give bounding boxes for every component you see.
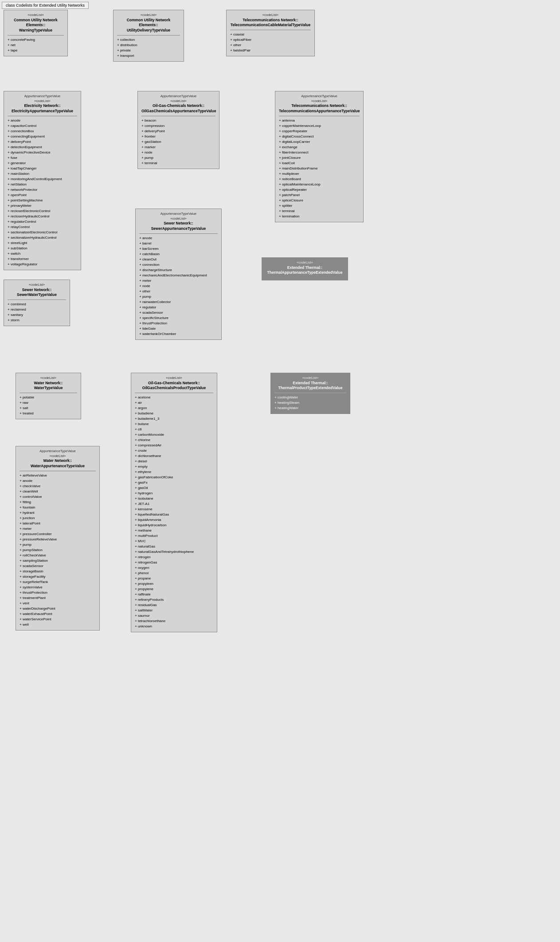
- box12: «codeList»Extended Thermal::ThermalProdu…: [270, 373, 350, 414]
- list-item: regulator: [139, 305, 218, 310]
- list-item: node: [141, 150, 215, 155]
- list-item: airRelieveValve: [20, 473, 96, 478]
- list-item: vent: [20, 601, 96, 606]
- list-item: oxygen: [135, 565, 213, 571]
- list-item: frontier: [141, 134, 215, 139]
- list-item: terminal: [141, 161, 215, 166]
- list-item: anode: [139, 236, 218, 241]
- list-item: terminal: [279, 209, 360, 214]
- list-item: salt: [20, 406, 77, 411]
- list-item: monitoringAndControlEquipment: [8, 177, 77, 182]
- list-item: copperRepeater: [279, 129, 360, 134]
- box1: «codeList»Common Utility Network Element…: [4, 10, 68, 56]
- list-item: thrustProtection: [20, 590, 96, 595]
- list-item: fitting: [20, 500, 96, 505]
- list-item: dynamicProtectiveDevice: [8, 150, 77, 155]
- box3: «codeList»Telecommunications Network::Te…: [226, 10, 315, 56]
- list-item: regulatorControl: [8, 219, 77, 225]
- list-item: networkProtector: [8, 187, 77, 193]
- list-item: primaryMeter: [8, 203, 77, 209]
- list-item: waterServicePoint: [20, 617, 96, 622]
- list-item: node: [139, 284, 218, 289]
- list-item: rollCheckValve: [20, 553, 96, 558]
- list-item: reclaimed: [8, 307, 66, 312]
- list-item: rainwaterCollector: [139, 300, 218, 305]
- list-item: combined: [8, 302, 66, 307]
- list-item: loadCoil: [279, 161, 360, 166]
- list-item: raffinate: [135, 592, 213, 597]
- list-item: waterExhaustPoint: [20, 611, 96, 617]
- list-item: pointSettingMachine: [8, 198, 77, 203]
- list-item: gasOil: [135, 485, 213, 491]
- list-item: mainStation: [8, 171, 77, 177]
- list-item: sectionalizerElectronicControl: [8, 230, 77, 235]
- list-item: multiProduct: [135, 533, 213, 539]
- list-item: pressureRelieveValve: [20, 537, 96, 542]
- list-item: cleanWell: [20, 489, 96, 494]
- list-item: distribution: [117, 43, 180, 48]
- list-item: relayControl: [8, 225, 77, 230]
- list-item: gasFx: [135, 480, 213, 485]
- list-item: refineryProducts: [135, 597, 213, 603]
- list-item: tape: [8, 48, 64, 53]
- list-item: beacon: [141, 118, 215, 123]
- list-item: heatingWater: [274, 406, 346, 411]
- list-item: connectingEquipment: [8, 134, 77, 139]
- list-item: saumur: [135, 613, 213, 619]
- list-item: net: [8, 43, 64, 48]
- list-item: pump: [20, 542, 96, 548]
- list-item: specificStructure: [139, 315, 218, 321]
- list-item: controlValve: [20, 494, 96, 500]
- list-item: meter: [139, 278, 218, 284]
- list-item: hydrogen: [135, 491, 213, 496]
- list-item: treatmentPlant: [20, 595, 96, 601]
- list-item: storageFacility: [20, 574, 96, 579]
- list-item: collection: [117, 37, 180, 43]
- box4: AppurtenanceTypeValue«codeList»Electrici…: [4, 91, 81, 270]
- list-item: mechanicAndElectromechanicEquipment: [139, 273, 218, 278]
- list-item: surgeReliefTank: [20, 579, 96, 585]
- list-item: copperMaintenanceLoop: [279, 123, 360, 129]
- list-item: liquefiedNaturalGas: [135, 512, 213, 517]
- list-item: pump: [139, 294, 218, 300]
- list-item: samplingStation: [20, 558, 96, 564]
- list-item: patchPanel: [279, 193, 360, 198]
- list-item: MVC: [135, 539, 213, 544]
- box6: AppurtenanceTypeValue«codeList»Telecommu…: [275, 91, 364, 222]
- list-item: sectionalizerHydraulicControl: [8, 235, 77, 240]
- list-item: marker: [141, 145, 215, 150]
- list-item: splitter: [279, 203, 360, 209]
- list-item: netStation: [8, 182, 77, 187]
- box9: «codeList»Sewer Network:: SewerWaterType…: [4, 280, 70, 326]
- list-item: connectionBox: [8, 129, 77, 134]
- list-item: gasStation: [141, 139, 215, 145]
- list-item: barScreen: [139, 246, 218, 252]
- list-item: deliveryPoint: [8, 139, 77, 145]
- list-item: potable: [20, 395, 77, 400]
- box2: «codeList»Common Utility Network Element…: [113, 10, 184, 62]
- list-item: dischargeStructure: [139, 268, 218, 273]
- list-item: kerosene: [135, 507, 213, 512]
- list-item: carbonMonoxide: [135, 432, 213, 437]
- list-item: empty: [135, 464, 213, 469]
- list-item: anode: [20, 478, 96, 484]
- list-item: scadaSensor: [139, 310, 218, 315]
- list-item: generator: [8, 161, 77, 166]
- list-item: argon: [135, 406, 213, 411]
- list-item: pressureController: [20, 532, 96, 537]
- list-item: systemValve: [20, 585, 96, 590]
- list-item: treated: [20, 411, 77, 416]
- list-item: nitrogenGas: [135, 560, 213, 565]
- list-item: heatingSteam: [274, 400, 346, 406]
- list-item: dichloroethane: [135, 453, 213, 459]
- list-item: meter: [20, 526, 96, 532]
- list-item: lateralPoint: [20, 521, 96, 526]
- box7: AppurtenanceTypeValue«codeList»Sewer Net…: [135, 209, 222, 340]
- list-item: storm: [8, 318, 66, 323]
- list-item: ethylene: [135, 469, 213, 475]
- list-item: waterDischargePoint: [20, 606, 96, 611]
- list-item: openPoint: [8, 193, 77, 198]
- list-item: exchange: [279, 145, 360, 150]
- list-item: naturalGas: [135, 544, 213, 549]
- list-item: raw: [20, 400, 77, 406]
